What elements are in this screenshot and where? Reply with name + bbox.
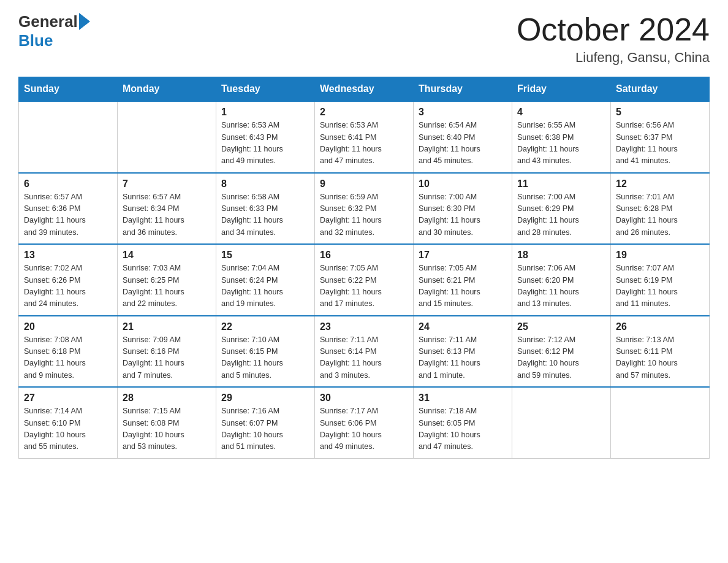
- day-number: 21: [123, 321, 211, 332]
- day-info: Sunrise: 7:14 AMSunset: 6:10 PMDaylight:…: [24, 405, 112, 453]
- day-info: Sunrise: 7:10 AMSunset: 6:15 PMDaylight:…: [221, 334, 309, 382]
- calendar-cell: 16Sunrise: 7:05 AMSunset: 6:22 PMDayligh…: [315, 244, 414, 316]
- calendar-week-row: 27Sunrise: 7:14 AMSunset: 6:10 PMDayligh…: [19, 387, 710, 458]
- day-info: Sunrise: 7:13 AMSunset: 6:11 PMDaylight:…: [616, 334, 704, 382]
- calendar-cell: [118, 101, 216, 173]
- day-info: Sunrise: 7:00 AMSunset: 6:29 PMDaylight:…: [517, 191, 605, 239]
- day-number: 24: [419, 321, 507, 332]
- day-number: 7: [123, 178, 211, 190]
- day-info: Sunrise: 6:57 AMSunset: 6:34 PMDaylight:…: [123, 191, 211, 239]
- day-number: 8: [221, 178, 309, 190]
- col-header-thursday: Thursday: [414, 77, 512, 102]
- calendar-cell: 27Sunrise: 7:14 AMSunset: 6:10 PMDayligh…: [19, 387, 118, 458]
- day-number: 5: [616, 107, 704, 118]
- day-number: 29: [221, 393, 309, 404]
- day-number: 27: [24, 393, 112, 404]
- calendar-cell: [19, 101, 118, 173]
- page-header: General Blue October 2024 Liufeng, Gansu…: [18, 12, 710, 66]
- col-header-sunday: Sunday: [19, 77, 118, 102]
- day-number: 17: [419, 250, 507, 261]
- day-number: 3: [419, 107, 507, 118]
- day-info: Sunrise: 7:06 AMSunset: 6:20 PMDaylight:…: [517, 262, 605, 310]
- calendar-cell: 12Sunrise: 7:01 AMSunset: 6:28 PMDayligh…: [611, 173, 710, 245]
- day-info: Sunrise: 7:12 AMSunset: 6:12 PMDaylight:…: [517, 334, 605, 382]
- day-info: Sunrise: 7:16 AMSunset: 6:07 PMDaylight:…: [221, 405, 309, 453]
- day-info: Sunrise: 6:53 AMSunset: 6:41 PMDaylight:…: [320, 120, 408, 167]
- calendar-cell: 8Sunrise: 6:58 AMSunset: 6:33 PMDaylight…: [216, 173, 315, 245]
- calendar-cell: 30Sunrise: 7:17 AMSunset: 6:06 PMDayligh…: [315, 387, 414, 458]
- day-number: 14: [123, 250, 211, 261]
- calendar-cell: 9Sunrise: 6:59 AMSunset: 6:32 PMDaylight…: [315, 173, 414, 245]
- day-number: 13: [24, 250, 112, 261]
- calendar-cell: [611, 387, 710, 458]
- day-number: 26: [616, 321, 704, 332]
- day-info: Sunrise: 7:03 AMSunset: 6:25 PMDaylight:…: [123, 262, 211, 310]
- calendar-cell: 7Sunrise: 6:57 AMSunset: 6:34 PMDaylight…: [118, 173, 216, 245]
- day-info: Sunrise: 7:09 AMSunset: 6:16 PMDaylight:…: [123, 334, 211, 382]
- calendar-cell: 22Sunrise: 7:10 AMSunset: 6:15 PMDayligh…: [216, 316, 315, 388]
- logo-general-text: General: [18, 12, 78, 31]
- logo-blue-text: Blue: [18, 31, 53, 50]
- day-info: Sunrise: 6:54 AMSunset: 6:40 PMDaylight:…: [419, 120, 507, 167]
- calendar-cell: 6Sunrise: 6:57 AMSunset: 6:36 PMDaylight…: [19, 173, 118, 245]
- day-number: 30: [320, 393, 408, 404]
- day-info: Sunrise: 7:11 AMSunset: 6:13 PMDaylight:…: [419, 334, 507, 382]
- logo: General Blue: [18, 12, 90, 50]
- day-number: 12: [616, 178, 704, 190]
- calendar-cell: 31Sunrise: 7:18 AMSunset: 6:05 PMDayligh…: [414, 387, 512, 458]
- calendar-cell: 13Sunrise: 7:02 AMSunset: 6:26 PMDayligh…: [19, 244, 118, 316]
- calendar-cell: 21Sunrise: 7:09 AMSunset: 6:16 PMDayligh…: [118, 316, 216, 388]
- location-text: Liufeng, Gansu, China: [517, 50, 710, 66]
- calendar-cell: 19Sunrise: 7:07 AMSunset: 6:19 PMDayligh…: [611, 244, 710, 316]
- calendar-cell: 2Sunrise: 6:53 AMSunset: 6:41 PMDaylight…: [315, 101, 414, 173]
- calendar-cell: 18Sunrise: 7:06 AMSunset: 6:20 PMDayligh…: [512, 244, 611, 316]
- day-info: Sunrise: 7:01 AMSunset: 6:28 PMDaylight:…: [616, 191, 704, 239]
- day-number: 1: [221, 107, 309, 118]
- calendar-cell: 23Sunrise: 7:11 AMSunset: 6:14 PMDayligh…: [315, 316, 414, 388]
- calendar-cell: 1Sunrise: 6:53 AMSunset: 6:43 PMDaylight…: [216, 101, 315, 173]
- day-info: Sunrise: 7:18 AMSunset: 6:05 PMDaylight:…: [419, 405, 507, 453]
- day-number: 18: [517, 250, 605, 261]
- calendar-table: SundayMondayTuesdayWednesdayThursdayFrid…: [18, 77, 710, 459]
- calendar-cell: 3Sunrise: 6:54 AMSunset: 6:40 PMDaylight…: [414, 101, 512, 173]
- calendar-cell: 5Sunrise: 6:56 AMSunset: 6:37 PMDaylight…: [611, 101, 710, 173]
- calendar-cell: 4Sunrise: 6:55 AMSunset: 6:38 PMDaylight…: [512, 101, 611, 173]
- day-number: 22: [221, 321, 309, 332]
- day-info: Sunrise: 7:05 AMSunset: 6:22 PMDaylight:…: [320, 262, 408, 310]
- day-number: 20: [24, 321, 112, 332]
- day-info: Sunrise: 6:58 AMSunset: 6:33 PMDaylight:…: [221, 191, 309, 239]
- calendar-cell: 17Sunrise: 7:05 AMSunset: 6:21 PMDayligh…: [414, 244, 512, 316]
- calendar-cell: 29Sunrise: 7:16 AMSunset: 6:07 PMDayligh…: [216, 387, 315, 458]
- day-number: 28: [123, 393, 211, 404]
- calendar-cell: 11Sunrise: 7:00 AMSunset: 6:29 PMDayligh…: [512, 173, 611, 245]
- day-number: 4: [517, 107, 605, 118]
- day-info: Sunrise: 7:15 AMSunset: 6:08 PMDaylight:…: [123, 405, 211, 453]
- day-info: Sunrise: 7:07 AMSunset: 6:19 PMDaylight:…: [616, 262, 704, 310]
- day-number: 2: [320, 107, 408, 118]
- calendar-week-row: 1Sunrise: 6:53 AMSunset: 6:43 PMDaylight…: [19, 101, 710, 173]
- day-number: 10: [419, 178, 507, 190]
- calendar-cell: 26Sunrise: 7:13 AMSunset: 6:11 PMDayligh…: [611, 316, 710, 388]
- day-number: 16: [320, 250, 408, 261]
- calendar-week-row: 6Sunrise: 6:57 AMSunset: 6:36 PMDaylight…: [19, 173, 710, 245]
- calendar-week-row: 20Sunrise: 7:08 AMSunset: 6:18 PMDayligh…: [19, 316, 710, 388]
- day-number: 25: [517, 321, 605, 332]
- calendar-cell: 28Sunrise: 7:15 AMSunset: 6:08 PMDayligh…: [118, 387, 216, 458]
- col-header-tuesday: Tuesday: [216, 77, 315, 102]
- day-number: 6: [24, 178, 112, 190]
- calendar-week-row: 13Sunrise: 7:02 AMSunset: 6:26 PMDayligh…: [19, 244, 710, 316]
- day-number: 15: [221, 250, 309, 261]
- day-info: Sunrise: 7:08 AMSunset: 6:18 PMDaylight:…: [24, 334, 112, 382]
- day-info: Sunrise: 6:59 AMSunset: 6:32 PMDaylight:…: [320, 191, 408, 239]
- calendar-header-row: SundayMondayTuesdayWednesdayThursdayFrid…: [19, 77, 710, 102]
- day-info: Sunrise: 7:02 AMSunset: 6:26 PMDaylight:…: [24, 262, 112, 310]
- col-header-wednesday: Wednesday: [315, 77, 414, 102]
- day-number: 9: [320, 178, 408, 190]
- calendar-body: 1Sunrise: 6:53 AMSunset: 6:43 PMDaylight…: [19, 101, 710, 458]
- day-number: 23: [320, 321, 408, 332]
- day-info: Sunrise: 6:56 AMSunset: 6:37 PMDaylight:…: [616, 120, 704, 167]
- calendar-cell: [512, 387, 611, 458]
- calendar-cell: 25Sunrise: 7:12 AMSunset: 6:12 PMDayligh…: [512, 316, 611, 388]
- calendar-cell: 14Sunrise: 7:03 AMSunset: 6:25 PMDayligh…: [118, 244, 216, 316]
- calendar-cell: 10Sunrise: 7:00 AMSunset: 6:30 PMDayligh…: [414, 173, 512, 245]
